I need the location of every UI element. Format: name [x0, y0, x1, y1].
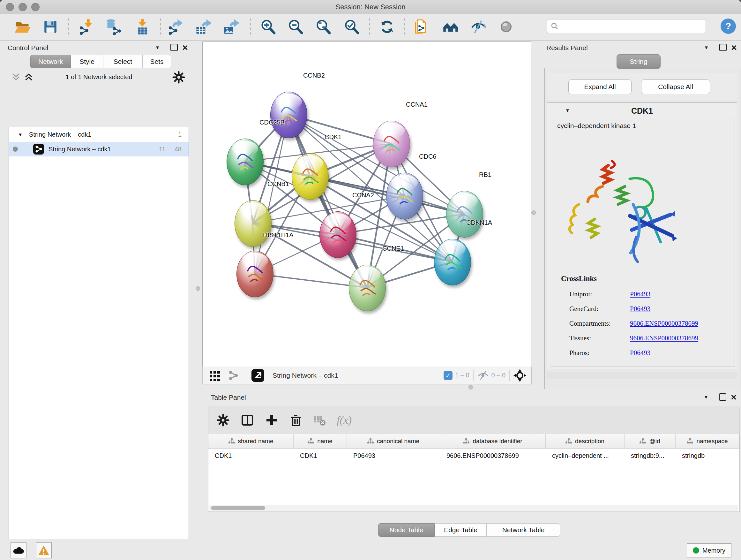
grid-view-icon[interactable]	[209, 370, 220, 381]
column-header-name[interactable]: name	[293, 434, 347, 448]
network-canvas[interactable]: CCNB2CCNA1CDC25BCDK1CDC6RB1CCNB1CCNA2CDK…	[202, 42, 531, 367]
show-panels-button[interactable]	[497, 18, 515, 36]
network-collection-row[interactable]: ▼ String Network – cdk1 1	[9, 127, 189, 142]
zoom-out-button[interactable]	[286, 18, 305, 36]
import-table-file-button[interactable]	[133, 18, 151, 36]
panel-menu-icon[interactable]: ▼	[704, 394, 709, 400]
column-header-shared-name[interactable]: shared name	[208, 434, 293, 448]
right-splitter-handle[interactable]	[531, 210, 536, 215]
export-table-button[interactable]	[194, 18, 212, 36]
network-node-ccna1[interactable]	[373, 121, 410, 167]
tab-network-table[interactable]: Network Table	[487, 523, 560, 537]
network-selection-status: 1 of 1 Network selected	[0, 73, 198, 81]
tab-select[interactable]: Select	[103, 55, 143, 68]
birdseye-crosshair-icon[interactable]	[514, 369, 526, 382]
help-button[interactable]: ?	[721, 18, 736, 34]
table-cell[interactable]: CDK1	[208, 449, 293, 462]
table-cell[interactable]: stringdb	[676, 449, 739, 462]
network-node-cdkn1a[interactable]	[434, 239, 471, 286]
panel-float-icon[interactable]	[719, 44, 727, 51]
toolbar-search-field[interactable]	[547, 19, 706, 33]
column-header-label: @id	[649, 438, 660, 445]
home-button[interactable]	[442, 18, 460, 36]
network-node-cdk1[interactable]	[292, 153, 329, 200]
crosslink-link[interactable]: 9606.ENSP00000378699	[630, 334, 698, 342]
save-session-button[interactable]	[42, 18, 59, 36]
zoom-fit-button[interactable]	[314, 18, 332, 36]
crosslink-link[interactable]: P06493	[630, 290, 650, 298]
panel-float-icon[interactable]	[719, 393, 726, 401]
gear-icon[interactable]	[172, 71, 185, 85]
network-node-ccna2[interactable]	[320, 211, 356, 258]
hidden-eye-icon[interactable]	[477, 371, 489, 380]
table-header-row: shared namenamecanonical namedatabase id…	[208, 434, 739, 449]
network-row[interactable]: String Network – cdk1 11 48	[9, 142, 189, 157]
share-file-button[interactable]	[413, 18, 431, 36]
column-header-database-identifier[interactable]: database identifier	[440, 434, 546, 448]
table-cell[interactable]: P06493	[347, 449, 440, 462]
network-node-rb1[interactable]	[446, 191, 483, 238]
expand-all-button[interactable]: Expand All	[568, 79, 631, 94]
results-scrollbar[interactable]	[547, 372, 737, 379]
delete-column-icon[interactable]	[289, 414, 302, 427]
tab-network[interactable]: Network	[30, 55, 71, 68]
cloud-button[interactable]	[10, 543, 26, 558]
table-cell[interactable]: stringdb:9...	[624, 449, 676, 462]
export-image-button[interactable]	[222, 18, 240, 36]
open-in-new-icon[interactable]	[252, 369, 264, 382]
panel-close-icon[interactable]: ✕	[731, 44, 737, 52]
refresh-button[interactable]	[378, 18, 396, 36]
crosslink-link[interactable]: P06493	[630, 305, 650, 313]
network-node-hist1h1a[interactable]	[237, 251, 273, 297]
column-header-description[interactable]: description	[546, 434, 624, 448]
protein-thumbnail	[353, 269, 382, 307]
panel-close-icon[interactable]: ✕	[731, 393, 737, 402]
tab-edge-table[interactable]: Edge Table	[434, 523, 487, 537]
table-cell[interactable]: 9606.ENSP00000378699	[440, 449, 546, 462]
zoom-selected-button[interactable]	[343, 18, 360, 36]
bottom-splitter-handle[interactable]	[468, 385, 473, 389]
memory-button[interactable]: Memory	[687, 543, 731, 557]
search-input[interactable]	[559, 22, 705, 30]
collapse-all-button[interactable]: Collapse All	[641, 79, 710, 94]
warnings-button[interactable]	[36, 543, 52, 558]
tab-sets[interactable]: Sets	[143, 55, 171, 68]
table-cell[interactable]: cyclin–dependent ...	[546, 449, 624, 462]
network-node-cdc6[interactable]	[386, 173, 423, 219]
panel-menu-icon[interactable]: ▼	[155, 45, 160, 50]
zoom-in-button[interactable]	[259, 18, 277, 36]
selected-checkbox-icon[interactable]: ✓	[444, 371, 453, 380]
hscrollbar-thumb[interactable]	[211, 506, 265, 510]
table-cell[interactable]: CDK1	[293, 449, 347, 462]
panel-close-icon[interactable]: ✕	[182, 44, 188, 52]
panel-menu-icon[interactable]: ▼	[704, 45, 709, 50]
table-gear-icon[interactable]	[217, 414, 229, 427]
panel-float-icon[interactable]	[171, 44, 178, 51]
hide-panels-button[interactable]	[469, 18, 487, 36]
open-session-button[interactable]	[13, 18, 31, 36]
show-columns-icon[interactable]	[241, 414, 254, 427]
column-header-label: shared name	[238, 438, 273, 445]
column-header-namespace[interactable]: namespace	[676, 434, 739, 448]
add-column-icon[interactable]	[265, 414, 278, 427]
tab-string[interactable]: String	[616, 54, 661, 69]
network-node-ccnb2[interactable]	[270, 91, 307, 138]
export-network-button[interactable]	[167, 18, 185, 36]
left-splitter-handle[interactable]	[196, 287, 200, 291]
network-node-ccne1[interactable]	[349, 265, 386, 311]
node-label-ccna2: CCNA2	[352, 192, 374, 199]
network-node-cdc25b[interactable]	[226, 138, 264, 185]
column-header-canonical-name[interactable]: canonical name	[347, 434, 440, 448]
column-header--id[interactable]: @id	[624, 434, 676, 448]
crosslink-link[interactable]: 9606.ENSP00000378699	[630, 320, 698, 327]
import-network-file-button[interactable]	[77, 18, 95, 36]
tab-style[interactable]: Style	[71, 55, 103, 68]
network-node-ccnb1[interactable]	[234, 200, 272, 247]
import-network-database-button[interactable]	[105, 18, 122, 36]
network-view-title: String Network – cdk1	[273, 372, 338, 379]
crosslink-link[interactable]: P06493	[630, 349, 650, 357]
network-share-gray-icon[interactable]	[227, 370, 239, 381]
tab-node-table[interactable]: Node Table	[378, 523, 434, 537]
tree-collapse-icon[interactable]: ▼	[18, 132, 23, 137]
table-toolbar: f(x)	[208, 406, 740, 435]
